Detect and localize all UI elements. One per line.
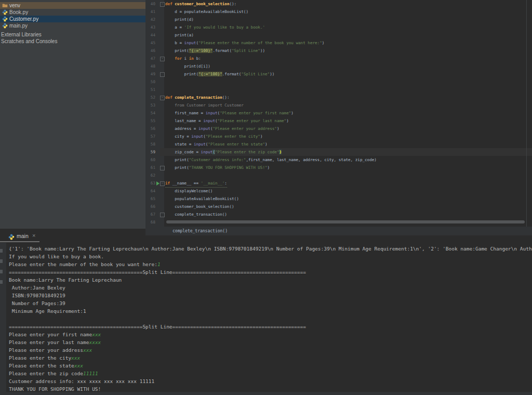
line-number-57[interactable]: 57 bbox=[145, 133, 155, 140]
editor-hint-strip: complete_transaction() bbox=[145, 227, 532, 235]
line-number-45[interactable]: 45 bbox=[145, 39, 155, 47]
code-line-50[interactable] bbox=[165, 78, 532, 86]
line-number-68[interactable]: 68 bbox=[145, 218, 155, 226]
code-line-65[interactable]: populateAvailableBookList() bbox=[165, 195, 532, 203]
code-line-59[interactable]: zip_code = input("Please enter the zip c… bbox=[165, 148, 532, 156]
line-number-63[interactable]: 63 bbox=[145, 179, 155, 187]
active-tab-underline bbox=[0, 241, 39, 242]
code-line-63[interactable]: if __name__ == '__main__': bbox=[165, 179, 532, 187]
line-number-56[interactable]: 56 bbox=[145, 125, 155, 133]
tree-item-customer-py[interactable]: Customer.py bbox=[0, 16, 145, 22]
code-line-64[interactable]: displayWelcome() bbox=[165, 187, 532, 195]
console-line: If you would like to buy a book. bbox=[9, 253, 532, 260]
line-number-40[interactable]: 40 bbox=[145, 0, 155, 8]
line-number-61[interactable]: 61 bbox=[145, 164, 155, 172]
console-output-text: ISBN:9798701849219 bbox=[9, 293, 65, 298]
code-line-67[interactable]: complete_transaction() bbox=[165, 210, 532, 218]
hint-text: complete_transaction() bbox=[172, 229, 228, 233]
run-arrow-icon[interactable] bbox=[156, 181, 159, 186]
line-number-48[interactable]: 48 bbox=[145, 62, 155, 70]
console-line: Please enter your addressxxx bbox=[9, 346, 532, 354]
console-user-input: xxx bbox=[92, 332, 101, 337]
pycharm-window: venvBook.pyCustomer.pymain.pyExternal Li… bbox=[0, 0, 532, 395]
line-number-43[interactable]: 43 bbox=[145, 23, 155, 31]
code-line-48[interactable]: print(d[i]) bbox=[165, 62, 532, 70]
line-number-64[interactable]: 64 bbox=[145, 187, 155, 195]
line-number-46[interactable]: 46 bbox=[145, 47, 155, 55]
line-number-60[interactable]: 60 bbox=[145, 156, 155, 164]
code-line-55[interactable]: last_name = input("Please enter your las… bbox=[165, 117, 532, 125]
console-toolbar-icon[interactable] bbox=[0, 249, 3, 253]
console-toolbar-icon[interactable] bbox=[0, 280, 3, 284]
line-number-50[interactable]: 50 bbox=[145, 78, 155, 86]
code-line-43[interactable]: a = 'If you would like to buy a book.' bbox=[165, 23, 532, 31]
line-number-41[interactable]: 41 bbox=[145, 8, 155, 16]
line-number-42[interactable]: 42 bbox=[145, 16, 155, 23]
code-line-57[interactable]: city = input("Please enter the city") bbox=[165, 133, 532, 140]
code-line-62[interactable] bbox=[165, 172, 532, 179]
code-line-47[interactable]: for i in b: bbox=[165, 55, 532, 62]
editor-scrollbar-track-border bbox=[526, 0, 527, 227]
line-number-58[interactable]: 58 bbox=[145, 140, 155, 148]
fold-start-icon[interactable]: - bbox=[160, 96, 165, 100]
editor-horizontal-scrollbar[interactable] bbox=[166, 220, 525, 223]
console-line: Customer address info: xxx xxxx xxx xxx … bbox=[9, 377, 532, 385]
line-number-59[interactable]: 59 bbox=[145, 148, 155, 156]
tree-item-label: Book.py bbox=[9, 9, 28, 16]
code-line-42[interactable]: print(d) bbox=[165, 16, 532, 23]
tree-item-main-py[interactable]: main.py bbox=[0, 22, 145, 29]
tree-item-scratches-and-consoles[interactable]: Scratches and Consoles bbox=[0, 38, 145, 45]
line-number-49[interactable]: 49 bbox=[145, 70, 155, 78]
console-output-text: Book name:Larry The Farting Leprechaun bbox=[9, 277, 122, 283]
code-line-56[interactable]: address = input("Please enter your addre… bbox=[165, 125, 532, 133]
code-line-46[interactable]: print("{:=^100}".format("Split Line")) bbox=[165, 47, 532, 55]
line-number-47[interactable]: 47 bbox=[145, 55, 155, 62]
project-tree-panel: venvBook.pyCustomer.pymain.pyExternal Li… bbox=[0, 0, 145, 229]
console-toolbar-icon[interactable] bbox=[0, 270, 3, 273]
console-user-input: xxxx bbox=[89, 339, 101, 345]
code-editor[interactable]: 40-def customer_book_selection():41 d = … bbox=[145, 0, 532, 227]
line-number-67[interactable]: 67 bbox=[145, 210, 155, 218]
console-line: Minimum Age Requirement:1 bbox=[9, 307, 532, 315]
console-output-text: If you would like to buy a book. bbox=[9, 254, 104, 259]
code-line-52[interactable]: def complete_transaction(): bbox=[165, 94, 532, 101]
line-number-53[interactable]: 53 bbox=[145, 101, 155, 109]
run-console-panel[interactable]: {'1': 'Book name:Larry The Farting Lepre… bbox=[0, 243, 532, 392]
fold-end-icon[interactable] bbox=[160, 72, 165, 77]
code-line-45[interactable]: b = input("Please enter the number of th… bbox=[165, 39, 532, 47]
code-line-53[interactable]: from Customer import Customer bbox=[165, 101, 532, 109]
code-line-60[interactable]: print("Customer address info:",first_nam… bbox=[165, 156, 532, 164]
console-toolbar-icon[interactable] bbox=[0, 259, 3, 263]
line-number-51[interactable]: 51 bbox=[145, 86, 155, 94]
line-number-66[interactable]: 66 bbox=[145, 203, 155, 210]
code-line-40[interactable]: def customer_book_selection(): bbox=[165, 0, 532, 8]
fold-end-icon[interactable] bbox=[160, 166, 165, 170]
bottom-statusbar-edge bbox=[0, 392, 532, 395]
code-line-66[interactable]: customer_book_selection() bbox=[165, 203, 532, 210]
code-line-41[interactable]: d = populateAvailableBookList() bbox=[165, 8, 532, 16]
line-number-44[interactable]: 44 bbox=[145, 31, 155, 39]
console-output[interactable]: {'1': 'Book name:Larry The Farting Lepre… bbox=[6, 243, 532, 392]
close-icon[interactable]: × bbox=[32, 232, 35, 240]
line-number-54[interactable]: 54 bbox=[145, 109, 155, 117]
code-line-51[interactable] bbox=[165, 86, 532, 94]
fold-end-icon[interactable] bbox=[160, 213, 165, 217]
line-number-65[interactable]: 65 bbox=[145, 195, 155, 203]
tree-item-external-libraries[interactable]: External Libraries bbox=[0, 31, 145, 38]
tree-item-book-py[interactable]: Book.py bbox=[0, 9, 145, 16]
code-line-58[interactable]: state = input("Please enter the state") bbox=[165, 140, 532, 148]
console-output-text: ========================================… bbox=[9, 324, 306, 330]
code-line-54[interactable]: first_name = input("Please enter your fi… bbox=[165, 109, 532, 117]
code-line-49[interactable]: print("{:=^100}".format("Split Line")) bbox=[165, 70, 532, 78]
fold-start-icon[interactable]: - bbox=[160, 2, 165, 7]
line-number-52[interactable]: 52 bbox=[145, 94, 155, 101]
console-output-text: Please enter the state bbox=[9, 363, 74, 368]
fold-start-icon[interactable]: - bbox=[160, 181, 165, 186]
fold-start-icon[interactable]: - bbox=[160, 57, 165, 61]
code-line-44[interactable]: print(a) bbox=[165, 31, 532, 39]
code-line-61[interactable]: print("THANK YOU FOR SHOPPING WITH US!") bbox=[165, 164, 532, 172]
console-line: {'1': 'Book name:Larry The Farting Lepre… bbox=[9, 245, 532, 253]
tree-item-venv[interactable]: venv bbox=[0, 2, 145, 9]
line-number-62[interactable]: 62 bbox=[145, 172, 155, 179]
line-number-55[interactable]: 55 bbox=[145, 117, 155, 125]
